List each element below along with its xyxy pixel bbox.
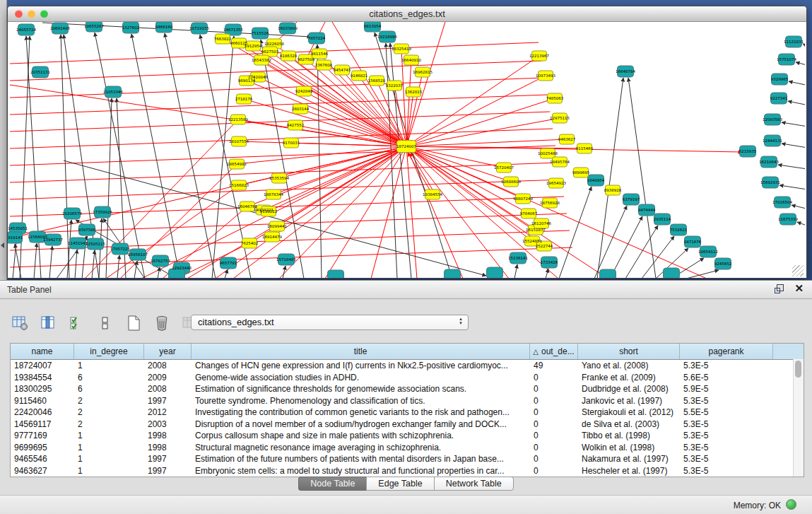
window-resize-grip[interactable] bbox=[792, 265, 804, 276]
cell-name: 9465546 bbox=[11, 453, 74, 465]
cell-title: Genome-wide association studies in ADHD. bbox=[192, 372, 530, 384]
graph-node-label: 16648784 bbox=[616, 69, 635, 74]
show-hide-columns-icon[interactable] bbox=[40, 314, 58, 332]
graph-node-label: 9827508 bbox=[298, 57, 315, 62]
graph-node-label: 15166823 bbox=[229, 183, 249, 187]
column-header-title[interactable]: title bbox=[192, 344, 530, 359]
graph-node[interactable] bbox=[487, 267, 503, 278]
graph-node-label: 15353594 bbox=[269, 176, 289, 180]
graph-node[interactable] bbox=[328, 270, 344, 278]
cell-name: 18724007 bbox=[11, 360, 74, 372]
cell-year: 2003 bbox=[144, 419, 192, 431]
column-header-name[interactable]: name bbox=[11, 344, 74, 359]
graph-node-label: 8938928 bbox=[604, 188, 622, 192]
table-selector-dropdown[interactable]: citations_edges.txt ▲▼ bbox=[191, 315, 469, 330]
graph-node-label: 8454743 bbox=[334, 68, 351, 72]
cell-short: Franke et al. (2009) bbox=[578, 372, 680, 384]
rows-icon[interactable] bbox=[96, 314, 114, 332]
cell-pagerank: 5.3E-5 bbox=[680, 465, 773, 477]
graph-node-label: 18756928 bbox=[540, 201, 560, 205]
graph-node-label: 6379197 bbox=[623, 197, 640, 201]
cell-year: 2008 bbox=[144, 383, 192, 395]
graph-node-label: 1527602 bbox=[122, 25, 140, 30]
graph-node-label: 10719155 bbox=[189, 26, 209, 30]
cell-title: Estimation of the future numbers of pati… bbox=[192, 453, 530, 465]
graph-node-label: 17957225 bbox=[110, 247, 130, 251]
table-options-icon[interactable] bbox=[11, 314, 30, 332]
graph-node-label: 17359926 bbox=[93, 210, 112, 214]
cell-title: Changes of HCN gene expression and I(f) … bbox=[192, 360, 530, 372]
table-panel-header: Table Panel ✕ bbox=[0, 280, 812, 299]
column-header-in_degree[interactable]: in_degree bbox=[74, 344, 144, 359]
float-panel-icon[interactable] bbox=[775, 284, 784, 293]
column-header-year[interactable]: year bbox=[144, 344, 192, 359]
close-panel-icon[interactable]: ✕ bbox=[794, 284, 804, 293]
graph-node-label: 10655287 bbox=[84, 24, 104, 28]
cell-pagerank: 5.3E-5 bbox=[680, 430, 773, 442]
graph-node-label: 18724007 bbox=[396, 144, 416, 148]
table-row[interactable]: 1830029562008Estimation of significance … bbox=[11, 383, 804, 395]
tab-edge-table[interactable]: Edge Table bbox=[366, 477, 433, 491]
cell-in_degree: 2 bbox=[74, 395, 144, 407]
graph-node-label: 15720407 bbox=[494, 165, 514, 170]
graph-node[interactable] bbox=[664, 268, 680, 278]
select-columns-icon[interactable] bbox=[68, 314, 86, 332]
cell-pagerank: 5.9E-5 bbox=[680, 383, 773, 395]
column-header-short[interactable]: short bbox=[578, 344, 680, 359]
panel-collapse-arrow-icon[interactable] bbox=[1, 243, 4, 248]
table-row[interactable]: 1938455462009Genome-wide association stu… bbox=[11, 372, 804, 384]
graph-node-label: 16962815 bbox=[413, 70, 433, 74]
cell-in_degree: 2 bbox=[74, 407, 144, 419]
new-column-icon[interactable] bbox=[124, 314, 143, 332]
graph-node-label: 10025488 bbox=[538, 151, 558, 156]
graph-node-label: 12505115 bbox=[86, 242, 105, 246]
graph-node[interactable] bbox=[445, 269, 461, 278]
scrollbar-thumb[interactable] bbox=[795, 361, 801, 378]
table-row[interactable]: 911546021997Tourette syndrome. Phenomeno… bbox=[11, 395, 804, 407]
table-row[interactable]: 1456911722003Disruption of a novel membe… bbox=[11, 419, 804, 431]
cell-pagerank: 5.3E-5 bbox=[680, 395, 773, 407]
column-header-out_degree[interactable]: △out_de... bbox=[530, 344, 578, 359]
cell-pagerank: 5.6E-5 bbox=[680, 372, 773, 384]
graph-node-label: 10654112 bbox=[698, 250, 718, 254]
cell-out_degree: 0 bbox=[530, 419, 578, 431]
graph-node-label: 16210643 bbox=[759, 160, 779, 164]
table-row[interactable]: 946362711997Embryonic stem cells: a mode… bbox=[11, 465, 804, 477]
graph-node-label: 10688609 bbox=[501, 180, 521, 184]
left-panel-edge bbox=[0, 0, 7, 280]
network-canvas[interactable]: 2405572420691406106552871527602846616010… bbox=[8, 22, 805, 278]
graph-node-label: 8215935 bbox=[739, 149, 757, 153]
table-row[interactable]: 946554611997Estimation of the future num… bbox=[11, 453, 804, 465]
cell-out_degree: 0 bbox=[530, 407, 578, 419]
delete-column-icon[interactable] bbox=[153, 314, 171, 332]
graph-node-label: 14535051 bbox=[8, 226, 28, 230]
cell-year: 1998 bbox=[144, 442, 192, 454]
memory-status-indicator[interactable] bbox=[786, 499, 796, 510]
graph-node[interactable] bbox=[600, 269, 616, 278]
table-row[interactable]: 1872400712008Changes of HCN gene express… bbox=[11, 360, 804, 372]
cell-in_degree: 1 bbox=[74, 442, 144, 454]
table-row[interactable]: 977716911998Corpus callosum shape and si… bbox=[11, 430, 804, 442]
table-body: 1872400712008Changes of HCN gene express… bbox=[11, 360, 804, 477]
cell-year: 1997 bbox=[144, 395, 192, 407]
table-row[interactable]: 969969511998Structural magnetic resonanc… bbox=[11, 442, 804, 454]
graph-node-label: 9827503 bbox=[261, 49, 279, 54]
graph-node-label: 9329965 bbox=[771, 77, 789, 81]
network-window-titlebar[interactable]: citations_edges.txt bbox=[8, 6, 806, 22]
graph-node-label: 3919141 bbox=[8, 235, 23, 240]
window-title: citations_edges.txt bbox=[8, 8, 806, 19]
table-scrollbar[interactable] bbox=[793, 359, 804, 477]
tab-network-table[interactable]: Network Table bbox=[434, 477, 514, 491]
graph-node-label: 9811546 bbox=[311, 52, 329, 56]
graph-node-label: 9146821 bbox=[351, 74, 368, 78]
graph-node-label: 9397588 bbox=[78, 228, 96, 232]
graph-node-label: 1362815 bbox=[405, 90, 423, 94]
graph-node-label: 18654982 bbox=[227, 162, 247, 166]
graph-node-label: 18107554 bbox=[229, 139, 249, 144]
tab-node-table[interactable]: Node Table bbox=[298, 477, 366, 491]
graph-node-label: 7485063 bbox=[546, 96, 564, 100]
graph-node-label: 20691406 bbox=[50, 26, 70, 30]
column-header-pagerank[interactable]: pagerank bbox=[680, 344, 773, 359]
table-row[interactable]: 2242004622012Investigating the contribut… bbox=[11, 407, 804, 419]
graph-node-label: 12923448 bbox=[172, 266, 192, 270]
